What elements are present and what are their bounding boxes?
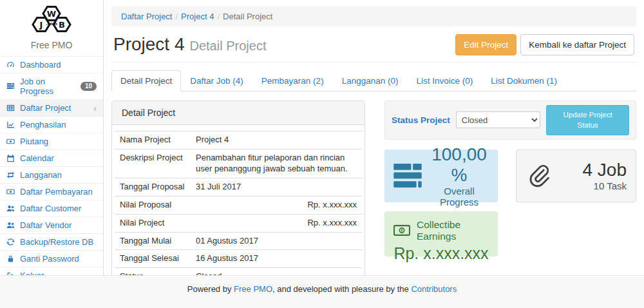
detail-row: Tanggal Proposal31 Juli 2017 (115, 178, 362, 196)
users-icon (6, 221, 15, 230)
svg-text:B: B (59, 20, 65, 30)
detail-row: Nilai ProjectRp. x.xxx.xxx (115, 214, 362, 232)
svg-text:.com: .com (46, 21, 57, 26)
refresh-icon (6, 238, 15, 247)
breadcrumb: Daftar Project/Project 4/Detail Project (111, 6, 636, 26)
tab-daftar-job-4-[interactable]: Daftar Job (4) (181, 70, 252, 91)
sidebar-item-daftar-project[interactable]: Daftar Project‹ (0, 100, 103, 117)
dashboard-icon (6, 61, 15, 70)
header-buttons: Edit Project Kembali ke daftar Project (455, 34, 634, 55)
earnings-title: Collectibe Earnings (417, 219, 489, 242)
status-project-bar: Status Project Closed Update Project Sta… (384, 101, 636, 140)
sidebar-item-ganti-password[interactable]: Ganti Password (0, 251, 103, 267)
sidebar-item-penghasilan[interactable]: Penghasilan (0, 117, 103, 133)
sidebar-item-calendar[interactable]: Calendar (0, 150, 103, 167)
breadcrumb-link[interactable]: Daftar Project (121, 12, 172, 21)
calendar-icon (6, 154, 15, 163)
svg-text:J: J (39, 20, 43, 30)
breadcrumb-current: Detail Project (223, 12, 272, 21)
users-icon (6, 204, 15, 213)
progress-value: 100,00 % (430, 144, 489, 186)
job-count: 4 Job (583, 160, 627, 180)
update-status-button[interactable]: Update Project Status (546, 105, 629, 135)
footer: Powered by Free PMO, and developed with … (0, 275, 644, 308)
stats-grid: 100,00 % Overall Progress 4 Job 10 Task (384, 149, 636, 256)
tab-bar: Detail ProjectDaftar Job (4)Pembayaran (… (111, 70, 636, 91)
money-icon (393, 225, 410, 236)
detail-row: Nilai ProposalRp. x.xxx.xxx (115, 196, 362, 214)
sidebar-item-daftar-vendor[interactable]: Daftar Vendor (0, 217, 103, 234)
paperclip-icon (526, 163, 551, 189)
sidebar-item-backup-restore-db[interactable]: Backup/Restore DB (0, 234, 103, 251)
content-header: Project 4Detail Project Edit Project Kem… (113, 34, 634, 55)
money-icon (6, 188, 15, 197)
detail-row: Tanggal Mulai01 Agustus 2017 (115, 232, 362, 250)
breadcrumb-link[interactable]: Project 4 (181, 12, 214, 21)
tasks-icon (393, 164, 422, 188)
tab-pembayaran-2-[interactable]: Pembayaran (2) (252, 70, 333, 91)
money-icon (6, 137, 15, 146)
earnings-value: Rp. x.xxx.xxx (393, 244, 489, 263)
status-select[interactable]: Closed (456, 111, 540, 128)
status-project-label: Status Project (392, 115, 450, 125)
contributors-link[interactable]: Contributors (411, 284, 457, 294)
svg-text:W: W (47, 9, 56, 19)
main-content: Daftar Project/Project 4/Detail Project … (104, 0, 644, 275)
header-divider (111, 62, 636, 63)
table-icon (6, 104, 15, 113)
lock-icon (6, 255, 15, 264)
sidebar-item-job-on-progress[interactable]: Job on Progress10 (0, 73, 103, 100)
tab-detail-project[interactable]: Detail Project (111, 70, 181, 91)
brand-name: Free PMO (0, 40, 103, 50)
count-badge: 10 (80, 82, 97, 91)
brand: J W B .com Free PMO (0, 0, 103, 56)
page-title: Project 4Detail Project (113, 35, 266, 55)
task-count: 10 Task (583, 180, 627, 191)
body-row: J W B .com Free PMO DashboardJob on Prog… (0, 0, 644, 275)
overall-progress-box: 100,00 % Overall Progress (384, 149, 498, 202)
panel-title: Detail Project (112, 101, 365, 125)
sidebar-item-langganan[interactable]: Langganan (0, 167, 103, 184)
sidebar: J W B .com Free PMO DashboardJob on Prog… (0, 0, 104, 275)
back-to-list-button[interactable]: Kembali ke daftar Project (520, 34, 634, 55)
tasks-icon (6, 82, 15, 91)
tab-langganan-0-[interactable]: Langganan (0) (333, 70, 408, 91)
sidebar-item-daftar-pembayaran[interactable]: Daftar Pembayaran (0, 184, 103, 200)
detail-row: Tanggal Selesai16 Agustus 2017 (115, 250, 362, 268)
app: J W B .com Free PMO DashboardJob on Prog… (0, 0, 644, 308)
progress-caption: Overall Progress (430, 186, 489, 207)
detail-row: Deskripsi ProjectPenambahan fitur pelapo… (115, 149, 362, 178)
job-task-box: 4 Job 10 Task (516, 149, 636, 202)
sidebar-item-daftar-customer[interactable]: Daftar Customer (0, 200, 103, 217)
free-pmo-link[interactable]: Free PMO (234, 284, 272, 294)
sidebar-item-dashboard[interactable]: Dashboard (0, 57, 103, 73)
chart-line-icon (6, 120, 15, 130)
tab-list-invoice-0-[interactable]: List Invoice (0) (407, 70, 482, 91)
edit-project-button[interactable]: Edit Project (455, 34, 516, 55)
page-subtitle: Detail Project (190, 39, 267, 53)
jwb-logo-icon: J W B .com (27, 5, 76, 37)
sidebar-nav: DashboardJob on Progress10Daftar Project… (0, 56, 103, 284)
collectible-earnings-box: Collectibe Earnings Rp. x.xxx.xxx (384, 211, 498, 256)
sidebar-item-piutang[interactable]: Piutang (0, 133, 103, 150)
exchange-icon (6, 171, 15, 180)
detail-row: Nama ProjectProject 4 (115, 131, 362, 149)
chevron-left-icon: ‹ (93, 105, 97, 111)
tab-list-dokumen-1-[interactable]: List Dokumen (1) (482, 70, 566, 91)
